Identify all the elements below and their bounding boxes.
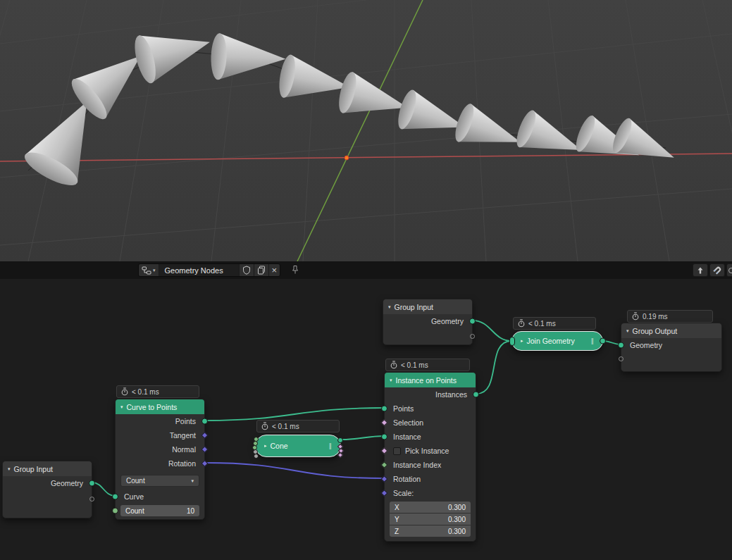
3d-viewport[interactable]: [0, 0, 732, 261]
node-links: [0, 279, 732, 560]
close-icon: ×: [272, 266, 278, 275]
points-input-socket[interactable]: [381, 406, 387, 412]
timer-badge-instance-on-points: < 0.1 ms: [385, 359, 470, 371]
socket-label: Geometry: [431, 317, 464, 325]
node-instance-on-points[interactable]: ▾ Instance on Points Instances Points Se…: [384, 372, 476, 542]
socket-label: Points: [175, 417, 196, 425]
node-header[interactable]: ▾ Curve to Points: [116, 399, 204, 414]
snap-toggle[interactable]: [709, 263, 725, 277]
geometry-output-socket[interactable]: [469, 318, 476, 325]
geometry-output-socket[interactable]: [89, 480, 95, 487]
socket-row: Geometry: [383, 314, 472, 328]
node-editor-canvas[interactable]: ▾ Group Input Geometry < 0.1 ms ▸ Join G…: [0, 279, 732, 560]
scale-input-socket[interactable]: [381, 490, 388, 497]
pin-toggle[interactable]: [291, 265, 299, 278]
collapse-chevron-icon[interactable]: ▾: [390, 378, 392, 383]
new-datablock-button[interactable]: [254, 264, 269, 276]
count-input-row: Count 10: [116, 505, 204, 516]
clipped-header-button[interactable]: [726, 263, 732, 277]
fake-user-button[interactable]: [240, 264, 254, 276]
node-header[interactable]: ▾ Group Input: [383, 299, 472, 314]
expand-chevron-icon[interactable]: ▸: [521, 338, 523, 344]
scale-x-field[interactable]: X 0.300: [390, 502, 471, 513]
timer-text: 0.19 ms: [643, 313, 668, 321]
node-group-input-bottom[interactable]: ▾ Group Input Geometry: [2, 461, 92, 518]
node-group-output[interactable]: ▾ Group Output Geometry: [621, 323, 722, 372]
node-title: Join Geometry: [527, 337, 575, 345]
cone-input-socket[interactable]: [254, 454, 259, 459]
timer-badge-group-output: 0.19 ms: [627, 310, 713, 323]
link-geometry-join: [473, 321, 511, 341]
node-header[interactable]: ▾ Group Input: [3, 461, 92, 476]
pick-instance-input-socket[interactable]: [381, 447, 388, 454]
dropdown-value: Count: [126, 477, 145, 485]
instance-input-socket[interactable]: [381, 434, 387, 440]
tangent-output-socket[interactable]: [201, 432, 209, 439]
node-tree-name-input[interactable]: Geometry Nodes: [159, 264, 240, 276]
collapse-chevron-icon[interactable]: ▾: [626, 328, 629, 334]
node-editor-header: ▾ Geometry Nodes ×: [0, 261, 732, 279]
geometry-output-socket[interactable]: [600, 338, 606, 344]
socket-label: Scale:: [393, 489, 414, 497]
scale-y-field[interactable]: Y 0.300: [390, 514, 471, 525]
timer-badge-cone: < 0.1 ms: [256, 420, 340, 433]
pick-instance-checkbox[interactable]: [393, 447, 401, 455]
node-tree-datablock-selector: ▾ Geometry Nodes ×: [138, 263, 280, 277]
node-curve-to-points[interactable]: ▾ Curve to Points Points Tangent Normal …: [115, 399, 205, 520]
curve-input-socket[interactable]: [112, 494, 118, 500]
virtual-socket[interactable]: [470, 334, 475, 339]
field-value: 10: [187, 507, 194, 515]
node-group-input-top[interactable]: ▾ Group Input Geometry: [383, 299, 473, 345]
virtual-socket[interactable]: [89, 497, 94, 502]
unlink-datablock-button[interactable]: ×: [269, 264, 280, 276]
socket-row: Geometry: [621, 338, 721, 352]
count-input-socket[interactable]: [112, 508, 118, 514]
normal-output-socket[interactable]: [201, 446, 209, 453]
node-title: Curve to Points: [127, 403, 178, 411]
node-cone[interactable]: ▸ Cone ∥: [255, 435, 341, 457]
header-right-buttons: [693, 263, 732, 277]
instance-index-input-socket[interactable]: [381, 461, 388, 468]
node-header[interactable]: ▾ Group Output: [621, 323, 721, 338]
scale-z-field[interactable]: Z 0.300: [390, 525, 471, 537]
socket-label: Rotation: [393, 475, 421, 483]
instances-output-socket[interactable]: [473, 392, 479, 398]
timer-text: < 0.1 ms: [528, 320, 556, 328]
socket-row: Scale:: [385, 486, 476, 500]
geometry-multi-input-socket[interactable]: [509, 337, 515, 346]
go-to-parent-button[interactable]: [693, 263, 708, 277]
selection-input-socket[interactable]: [381, 419, 388, 426]
node-join-geometry[interactable]: ▸ Join Geometry ∥: [511, 331, 603, 351]
count-mode-dropdown[interactable]: Count ▾: [120, 475, 199, 487]
socket-label: Geometry: [51, 479, 83, 487]
count-field[interactable]: Count 10: [120, 505, 199, 516]
clipped-icon: [728, 267, 732, 274]
timer-badge-join-geometry: < 0.1 ms: [513, 317, 596, 330]
rotation-output-socket[interactable]: [201, 460, 209, 467]
link-points-points: [205, 408, 384, 421]
rotation-input-socket[interactable]: [381, 475, 388, 483]
timer-badge-curve-to-points: < 0.1 ms: [116, 385, 199, 398]
expand-chevron-icon[interactable]: ▸: [264, 443, 267, 449]
geometry-input-socket[interactable]: [618, 342, 624, 349]
collapse-chevron-icon[interactable]: ▾: [8, 466, 11, 472]
node-title: Cone: [271, 442, 288, 450]
collapse-chevron-icon[interactable]: ▾: [120, 404, 123, 410]
mesh-output-socket[interactable]: [337, 437, 343, 443]
virtual-socket[interactable]: [619, 356, 624, 361]
cone-output-socket[interactable]: [337, 452, 343, 458]
stopwatch-icon: [261, 422, 268, 430]
stopwatch-icon: [632, 312, 639, 321]
points-output-socket[interactable]: [201, 418, 208, 425]
socket-row: Rotation: [116, 456, 204, 471]
socket-row: Instance: [385, 430, 476, 444]
collapse-chevron-icon[interactable]: ▾: [388, 304, 391, 310]
pin-icon: [291, 265, 299, 275]
link-cone-instance: [342, 436, 384, 440]
socket-label: Instance Index: [393, 461, 441, 469]
socket-label: Geometry: [630, 341, 662, 349]
axis-value: 0.300: [448, 516, 466, 523]
node-header[interactable]: ▾ Instance on Points: [385, 373, 476, 387]
magnet-icon: [713, 266, 722, 275]
node-tree-type-button[interactable]: ▾: [139, 264, 159, 276]
